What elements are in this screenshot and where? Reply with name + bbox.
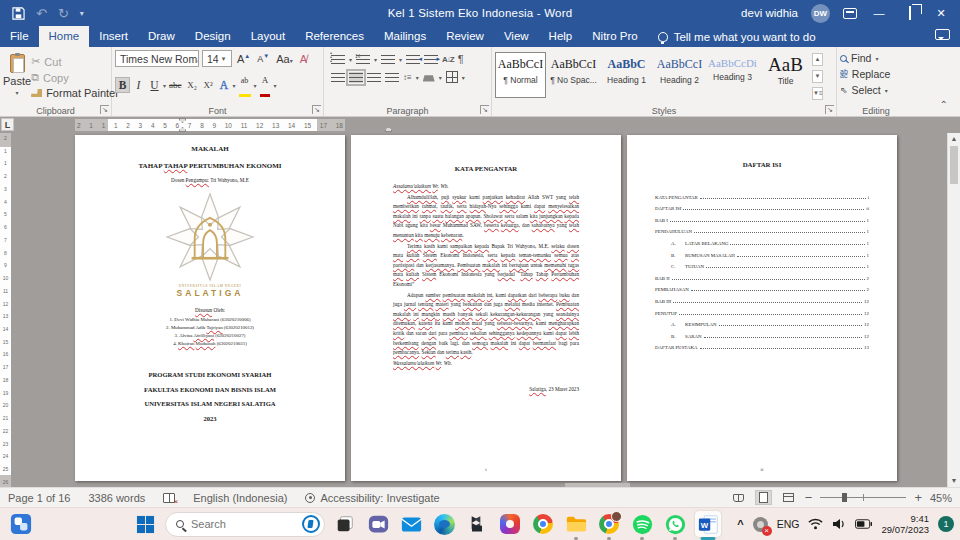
font-color-button[interactable]: A (258, 72, 273, 98)
shading-icon[interactable] (423, 73, 435, 82)
tab-file[interactable]: File (0, 26, 39, 47)
chrome-icon[interactable] (530, 511, 556, 537)
page-count-status[interactable]: Page 1 of 16 (8, 492, 70, 504)
battery-icon[interactable] (855, 519, 872, 529)
right-indent-marker[interactable] (385, 127, 392, 132)
underline-button[interactable]: U (147, 78, 162, 92)
taskbar-clock[interactable]: 9:41 29/07/2023 (881, 513, 929, 535)
italic-button[interactable]: I (131, 78, 146, 92)
page-1-cover[interactable]: MAKALAH TAHAP TAHAP PERTUMBUHAN EKONOMI … (75, 135, 345, 481)
ribbon-display-options-icon[interactable] (843, 8, 857, 19)
bullets-icon[interactable] (331, 54, 345, 65)
style--normal[interactable]: AaBbCcI¶ Normal (495, 52, 546, 98)
font-size-combo[interactable]: 14▾ (202, 50, 232, 67)
widgets-icon[interactable] (8, 511, 34, 537)
wifi-icon[interactable] (808, 518, 823, 530)
whatsapp-icon[interactable] (662, 511, 688, 537)
redo-icon[interactable]: ↻ (58, 6, 69, 21)
vertical-ruler[interactable]: 2112345678910111213141516171819202122232… (0, 133, 11, 487)
zoom-level[interactable]: 45% (930, 492, 952, 504)
tab-stop-selector[interactable]: L (1, 118, 14, 131)
read-mode-button[interactable] (730, 490, 747, 505)
tray-chevron-up-icon[interactable]: ^ (737, 518, 743, 530)
zoom-slider[interactable] (820, 497, 906, 498)
decrease-indent-icon[interactable]: ◂ (406, 54, 420, 65)
proofing-status[interactable] (163, 493, 175, 503)
horizontal-ruler[interactable]: 2111234567891011121314151718 (75, 119, 345, 131)
edge-icon[interactable] (431, 511, 457, 537)
tab-review[interactable]: Review (436, 26, 494, 47)
keyboard-language[interactable]: ENG (777, 518, 800, 530)
notification-badge[interactable]: 1 (938, 516, 954, 532)
multilevel-list-icon[interactable] (381, 54, 395, 65)
web-layout-button[interactable] (780, 490, 797, 505)
recorder-error-icon[interactable] (753, 517, 768, 532)
search-box[interactable] (165, 512, 325, 537)
office-icon[interactable] (497, 511, 523, 537)
scroll-down-icon[interactable]: ▼ (948, 475, 960, 487)
show-hide-pilcrow-icon[interactable]: ¶ (458, 53, 464, 65)
dropbox-icon[interactable] (464, 511, 490, 537)
change-case-button[interactable]: Aa▾ (274, 53, 294, 65)
text-effects-button[interactable]: A (217, 78, 232, 92)
customize-qat-icon[interactable]: ▾ (80, 9, 84, 18)
vertical-scrollbar[interactable]: ▲ ▼ (947, 133, 960, 487)
shrink-font-button[interactable]: A▼ (255, 53, 271, 64)
numbering-icon[interactable] (356, 54, 370, 65)
collapse-ribbon-icon[interactable]: ⌃ (928, 99, 960, 116)
increase-indent-icon[interactable]: ▸ (424, 54, 438, 65)
styles-scroll-down-icon[interactable]: ▼ (812, 70, 823, 83)
style-heading-1[interactable]: AaBbCHeading 1 (601, 52, 652, 98)
strikethrough-button[interactable]: abc (167, 79, 184, 91)
mail-icon[interactable] (398, 511, 424, 537)
task-view-icon[interactable] (332, 511, 358, 537)
align-left-icon[interactable] (331, 72, 345, 83)
volume-icon[interactable] (832, 518, 846, 530)
grow-font-button[interactable]: A▲ (235, 53, 252, 65)
font-name-combo[interactable]: Times New Roma▾ (115, 50, 199, 67)
style-title[interactable]: AaBTitle (760, 52, 811, 98)
sort-icon[interactable]: A↓Z (442, 55, 454, 64)
align-center-icon[interactable] (349, 72, 363, 83)
tab-references[interactable]: References (295, 26, 374, 47)
search-input[interactable] (191, 518, 295, 530)
zoom-out-button[interactable]: − (805, 493, 813, 503)
comments-icon[interactable] (935, 29, 950, 40)
cut-button[interactable]: ✂Cut (31, 55, 119, 68)
line-spacing-icon[interactable]: ↕≡ (403, 73, 412, 82)
close-button[interactable]: ✕ (932, 7, 950, 20)
bold-button[interactable]: B (115, 77, 130, 93)
superscript-button[interactable]: X² (201, 79, 216, 91)
tab-layout[interactable]: Layout (241, 26, 296, 47)
tab-home[interactable]: Home (39, 26, 90, 47)
tab-nitro-pro[interactable]: Nitro Pro (582, 26, 647, 47)
style-heading-3[interactable]: AaBbCcDiHeading 3 (707, 52, 758, 98)
chat-icon[interactable] (365, 511, 391, 537)
file-explorer-icon[interactable] (563, 511, 589, 537)
zoom-slider-thumb[interactable] (842, 493, 847, 502)
underline-dropdown-icon[interactable]: ▾ (163, 82, 166, 89)
borders-icon[interactable] (446, 71, 458, 83)
replace-button[interactable]: abacReplace (840, 68, 912, 80)
clear-formatting-icon[interactable]: A̸ (298, 53, 309, 65)
styles-scroll-up-icon[interactable]: ▲ (812, 53, 823, 66)
paste-dropdown-icon[interactable]: ▾ (16, 89, 19, 96)
minimize-button[interactable]: — (870, 7, 888, 19)
language-status[interactable]: English (Indonesia) (193, 492, 287, 504)
clipboard-dialog-launcher[interactable]: ↘ (100, 105, 109, 114)
tab-draw[interactable]: Draw (138, 26, 185, 47)
undo-icon[interactable]: ↶ (36, 6, 47, 21)
style-heading-2[interactable]: AaBbCcIHeading 2 (654, 52, 705, 98)
print-layout-button[interactable] (755, 490, 772, 505)
tab-insert[interactable]: Insert (89, 26, 138, 47)
subscript-button[interactable]: X₂ (185, 79, 200, 91)
format-painter-button[interactable]: Format Painter (31, 87, 119, 99)
highlight-color-button[interactable]: ab (237, 72, 253, 98)
styles-gallery-expand-icon[interactable]: ▼≡ (812, 87, 823, 100)
tab-view[interactable]: View (494, 26, 539, 47)
tab-help[interactable]: Help (539, 26, 583, 47)
word-taskbar-icon[interactable]: W (695, 511, 721, 537)
zoom-in-button[interactable]: + (914, 493, 922, 503)
select-button[interactable]: ⇖Select▾ (840, 84, 912, 96)
font-dialog-launcher[interactable]: ↘ (312, 105, 321, 114)
